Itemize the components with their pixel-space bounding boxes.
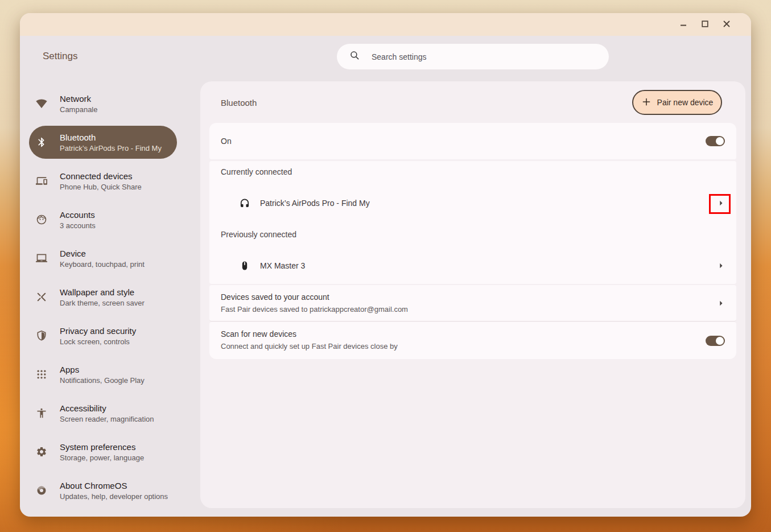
scan-toggle[interactable] (706, 336, 725, 346)
sidebar-item-label: Connected devices (60, 171, 142, 181)
headphones-icon (239, 197, 250, 209)
page-title: Bluetooth (221, 98, 257, 108)
window-titlebar (20, 13, 751, 36)
maximize-icon (700, 19, 710, 30)
bluetooth-icon (36, 137, 47, 148)
sidebar-item-label: About ChromeOS (60, 481, 168, 490)
sidebar-item-sublabel: 3 accounts (60, 221, 96, 230)
minimize-button[interactable] (674, 15, 693, 34)
minimize-icon (679, 19, 688, 30)
search-input[interactable] (372, 52, 600, 61)
sidebar-item-label: Accounts (60, 210, 96, 220)
sidebar-item-bluetooth[interactable]: Bluetooth Patrick’s AirPods Pro - Find M… (29, 126, 177, 159)
close-button[interactable] (717, 15, 736, 34)
connected-devices-card: Currently connected Patrick’s AirPods Pr… (209, 161, 736, 284)
sidebar-item-device[interactable]: Device Keyboard, touchpad, print (29, 239, 177, 278)
sidebar-item-sublabel: Campanale (60, 105, 98, 114)
sidebar-item-about-chromeos[interactable]: About ChromeOS Updates, help, developer … (29, 471, 177, 510)
bluetooth-toggle[interactable] (706, 136, 725, 146)
saved-devices-row[interactable]: Devices saved to your account Fast Pair … (209, 285, 736, 321)
sidebar-item-sublabel: Patrick’s AirPods Pro - Find My (60, 144, 162, 152)
bluetooth-panel: Bluetooth Pair new device On Currently c… (200, 81, 745, 508)
sidebar-item-sublabel: Phone Hub, Quick Share (60, 183, 142, 191)
sidebar-item-label: Privacy and security (60, 326, 136, 336)
connected-devices-icon (36, 175, 47, 187)
pair-new-device-button[interactable]: Pair new device (632, 90, 722, 115)
app-title: Settings (43, 51, 77, 62)
sidebar-item-sublabel: Storage, power, language (60, 453, 144, 462)
sidebar-item-sublabel: Notifications, Google Play (60, 376, 145, 385)
sidebar-item-sublabel: Screen reader, magnification (60, 415, 154, 423)
sidebar-item-system-preferences[interactable]: System preferences Storage, power, langu… (29, 432, 177, 471)
bluetooth-on-row: On (209, 123, 736, 159)
device-name: MX Master 3 (260, 261, 305, 270)
chevron-right-icon[interactable] (715, 197, 727, 209)
sidebar-item-label: Device (60, 249, 145, 258)
sidebar-item-label: Wallpaper and style (60, 287, 145, 297)
sidebar-item-label: Network (60, 94, 98, 104)
sidebar-item-sublabel: Dark theme, screen saver (60, 299, 145, 307)
sidebar-item-connected-devices[interactable]: Connected devices Phone Hub, Quick Share (29, 162, 177, 200)
settings-window: Settings Network Campanale (20, 13, 751, 517)
previously-connected-header: Previously connected (221, 230, 296, 239)
search-bar[interactable] (337, 44, 609, 69)
sidebar-item-accessibility[interactable]: Accessibility Screen reader, magnificati… (29, 394, 177, 432)
sidebar-item-accounts[interactable]: Accounts 3 accounts (29, 200, 177, 239)
toggle-knob (716, 337, 724, 345)
mouse-icon (239, 260, 250, 271)
sidebar-item-label: System preferences (60, 442, 144, 452)
sidebar-item-sublabel: Keyboard, touchpad, print (60, 260, 145, 269)
settings-sidebar: Network Campanale Bluetooth Patrick’s Ai… (29, 84, 177, 510)
wifi-icon (36, 98, 47, 109)
saved-devices-subtitle: Fast Pair devices saved to patrickappcre… (221, 305, 408, 314)
sidebar-item-apps[interactable]: Apps Notifications, Google Play (29, 355, 177, 394)
close-icon (722, 19, 731, 30)
currently-connected-header: Currently connected (221, 167, 292, 176)
desktop-wallpaper: Settings Network Campanale (0, 0, 771, 532)
shield-icon (36, 330, 47, 341)
device-name: Patrick’s AirPods Pro - Find My (260, 199, 370, 208)
saved-devices-title: Devices saved to your account (221, 292, 329, 302)
wallpaper-brush-icon (36, 291, 47, 303)
scan-subtitle: Connect and quickly set up Fast Pair dev… (221, 342, 398, 350)
maximize-button[interactable] (695, 15, 715, 34)
gear-icon (36, 446, 47, 457)
accounts-face-icon (36, 214, 47, 225)
chevron-right-icon[interactable] (715, 298, 727, 309)
accessibility-icon (36, 407, 47, 419)
pair-new-device-label: Pair new device (657, 98, 714, 107)
sidebar-item-label: Accessibility (60, 403, 154, 413)
sidebar-item-privacy[interactable]: Privacy and security Lock screen, contro… (29, 316, 177, 355)
sidebar-item-label: Bluetooth (60, 133, 162, 142)
search-icon (349, 50, 360, 63)
sidebar-item-wallpaper[interactable]: Wallpaper and style Dark theme, screen s… (29, 278, 177, 316)
apps-grid-icon (36, 369, 47, 380)
chevron-right-icon[interactable] (715, 260, 727, 271)
chrome-logo-icon (36, 485, 47, 496)
device-row-mx-master[interactable]: MX Master 3 (209, 246, 736, 285)
bluetooth-on-label: On (221, 137, 232, 146)
sidebar-item-label: Apps (60, 365, 145, 374)
sidebar-item-sublabel: Lock screen, controls (60, 337, 136, 346)
scan-devices-row: Scan for new devices Connect and quickly… (209, 322, 736, 359)
scan-title: Scan for new devices (221, 329, 296, 339)
laptop-icon (36, 253, 47, 264)
sidebar-item-network[interactable]: Network Campanale (29, 84, 177, 123)
toggle-knob (716, 137, 724, 145)
sidebar-item-sublabel: Updates, help, developer options (60, 492, 168, 501)
plus-icon (641, 97, 652, 109)
device-row-airpods[interactable]: Patrick’s AirPods Pro - Find My (209, 184, 736, 222)
